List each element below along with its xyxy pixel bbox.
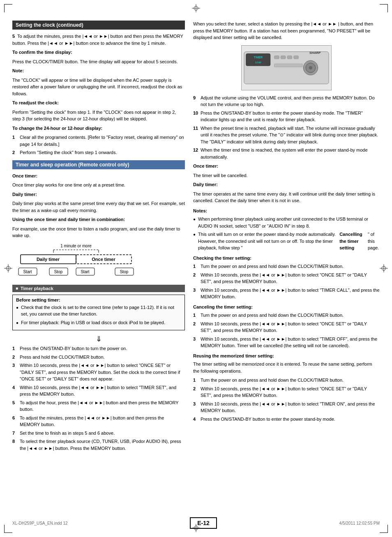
svg-text:Once timer: Once timer (92, 257, 115, 262)
change24-item-1: 1Clear all the programed contents. [Refe… (12, 134, 185, 148)
note-title: Note: (12, 67, 185, 74)
svg-text:SHARP: SHARP (309, 51, 321, 54)
right-column: When you select the tuner, select a stat… (193, 21, 380, 454)
page: Setting the clock (continued) 5 To adjus… (0, 0, 392, 537)
section-timer-playback-header: Timer playback (12, 285, 185, 292)
timer-diagram-svg: 1 minute or more Daily timer Once timer … (12, 242, 140, 281)
cancelling-step-2: 2Within 10 seconds, press the |◄◄ or ►►|… (193, 320, 380, 334)
reusing-step-4: 4Press the ON/STAND-BY button to enter t… (193, 416, 380, 423)
section-timer-header: Timer and sleep operation (Remote contro… (12, 160, 185, 169)
svg-text:TIMER: TIMER (254, 56, 263, 59)
left-column: Setting the clock (continued) 5 To adjus… (12, 21, 185, 454)
cancelling-step-1: 1Turn the power on and press and hold do… (193, 312, 380, 319)
daily-timer-title: Daily timer: (12, 191, 185, 198)
before-bullet-2: For timer playback: Plug in USB or load … (16, 319, 181, 326)
combo-text: For example, use the once timer to liste… (12, 226, 185, 239)
svg-text:Start: Start (23, 270, 32, 274)
combo-title: Using the once timer and daily timer in … (12, 216, 185, 223)
step5-text: 5 To adjust the minutes, press the |◄◄ o… (12, 33, 185, 46)
reusing-step-2: 2Within 10 seconds, press the |◄◄ or ►►|… (193, 385, 380, 399)
notes-bullet-2: This unit will turn on or enter the powe… (193, 231, 380, 251)
before-setting-box: Before setting timer: Check that the clo… (12, 295, 185, 331)
reusing-intro: The timer setting will be memorized once… (193, 361, 380, 374)
before-title: Before setting timer: (16, 297, 181, 302)
step-11: 11When the preset time is reached, playb… (193, 125, 380, 145)
svg-point-34 (309, 66, 312, 69)
once-timer-result-title: Once timer: (193, 163, 380, 170)
notes-section: Notes: When performing timer playback us… (193, 207, 380, 251)
cancelling-step-3: 3Within 10 seconds, press the |◄◄ or ►►|… (193, 336, 380, 349)
daily-timer-text: Daily timer play works at the same prese… (12, 200, 185, 214)
daily-timer-result-text: The timer operates at the same time ever… (193, 191, 380, 204)
steps-9-12-list: 9Adjust the volume using the VOLUME cont… (193, 94, 380, 161)
reusing-title: Reusing the memorized timer setting: (193, 353, 380, 360)
once-timer-text: Once timer play works for one time only … (12, 182, 185, 189)
confirm-title: To confirm the time display: (12, 49, 185, 56)
svg-text:Daily timer: Daily timer (37, 257, 60, 262)
readjust-title: To readjust the clock: (12, 99, 185, 106)
timer-step-5: 5To adjust the hour, press the |◄◄ or ►►… (12, 399, 185, 413)
svg-rect-35 (274, 55, 279, 59)
notes-bullet-1: When performing timer playback using ano… (193, 216, 380, 229)
svg-text:Start: Start (81, 270, 89, 274)
checking-steps-list: 1Turn the power on and press and hold do… (193, 263, 380, 300)
change24-item-2: 2Perform "Setting the clock" from step 1… (12, 149, 185, 156)
notes-title: Notes: (193, 207, 380, 214)
timer-step-8: 8To select the timer playback source (CD… (12, 438, 185, 452)
svg-text:1 minute or more: 1 minute or more (60, 244, 92, 248)
svg-rect-36 (281, 55, 286, 59)
reusing-step-1: 1Turn the power on and press and hold do… (193, 377, 380, 384)
timer-step-6: 6To adjust the minutes, press the |◄◄ or… (12, 415, 185, 428)
file-info: XL-DH259P_USA_EN.indd 12 (12, 521, 68, 525)
device-image: TIMER 12:00 SHARP (241, 45, 332, 90)
readjust-text: Perform "Setting the clock" from step 1.… (12, 109, 185, 122)
checking-title: Checking the timer setting: (193, 255, 380, 262)
device-image-svg: TIMER 12:00 SHARP (242, 46, 331, 90)
cancelling-steps-list: 1Turn the power on and press and hold do… (193, 312, 380, 349)
reusing-step-3: 3Within 10 seconds, press the |◄◄ or ►►|… (193, 401, 380, 414)
once-timer-result-text: The timer will be cancelled. (193, 172, 380, 179)
svg-text:Stop: Stop (54, 270, 63, 274)
timer-step-1: 1Press the ON/STAND-BY button to turn th… (12, 345, 185, 352)
checking-step-1: 1Turn the power on and press and hold do… (193, 263, 380, 270)
change24-list: 1Clear all the programed contents. [Refe… (12, 134, 185, 156)
svg-rect-37 (287, 55, 292, 59)
svg-rect-29 (246, 53, 270, 65)
down-arrow-icon: ⇓ (12, 334, 185, 343)
checking-step-3: 3Within 10 seconds, press the |◄◄ or ►►|… (193, 287, 380, 300)
once-timer-title: Once timer: (12, 173, 185, 180)
svg-rect-39 (274, 64, 303, 67)
timer-step-2: 2Press and hold the CLOCK/TIMER button. (12, 354, 185, 361)
timer-step-4: 4Within 10 seconds, press the |◄◄ or ►►|… (12, 384, 185, 398)
before-bullets: Check that the clock is set to the corre… (16, 304, 181, 326)
timer-diagram: 1 minute or more Daily timer Once timer … (12, 242, 140, 281)
confirm-text: Press the CLOCK/TIMER button. The time d… (12, 58, 185, 65)
timer-step-3: 3Within 10 seconds, press the |◄◄ or ►►|… (12, 362, 185, 383)
step-10: 10Press the ON/STAND-BY button to enter … (193, 110, 380, 123)
change24-title: To change the 24-hour or 12-hour display… (12, 125, 185, 132)
timer-step-7: 7Set the time to finish as in steps 5 an… (12, 430, 185, 437)
svg-rect-38 (294, 55, 299, 59)
timer-steps-list: 1Press the ON/STAND-BY button to turn th… (12, 345, 185, 452)
page-footer: XL-DH259P_USA_EN.indd 12 E-12 4/5/2011 1… (12, 517, 380, 529)
notes-bullets-list: When performing timer playback using ano… (193, 216, 380, 251)
page-number-box: E-12 (190, 517, 217, 529)
reusing-steps-list: 1Turn the power on and press and hold do… (193, 377, 380, 422)
step-12: 12When the timer end time is reached, th… (193, 147, 380, 160)
section-clock-header: Setting the clock (continued) (12, 21, 185, 30)
date-info: 4/5/2011 12:02:55 PM (339, 521, 380, 525)
before-bullet-1: Check that the clock is set to the corre… (16, 304, 181, 318)
note-text: The "CLOCK" will appear or time will be … (12, 77, 185, 97)
daily-timer-result-title: Daily timer: (193, 181, 380, 188)
svg-text:Stop: Stop (120, 270, 129, 274)
checking-step-2: 2Within 10 seconds, press the |◄◄ or ►►|… (193, 272, 380, 285)
right-intro: When you select the tuner, select a stat… (193, 21, 380, 41)
svg-text:12:00: 12:00 (255, 61, 261, 64)
cancelling-title: Canceling the timer setting: (193, 304, 380, 311)
step-9: 9Adjust the volume using the VOLUME cont… (193, 94, 380, 108)
